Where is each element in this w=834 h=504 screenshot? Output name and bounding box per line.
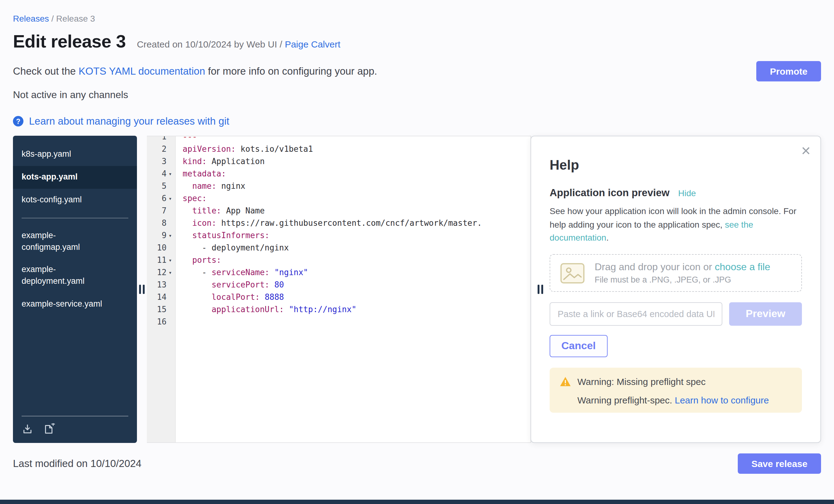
code-line[interactable]: statusInformers: (182, 229, 482, 242)
gutter-line: 16 (147, 316, 175, 328)
bottom-bar (0, 500, 834, 504)
gutter-line: 7 (147, 205, 175, 217)
line-number: 14 (157, 291, 167, 304)
git-help-row: ? Learn about managing your releases wit… (0, 101, 834, 127)
code-line[interactable] (182, 316, 482, 328)
upload-file-icon (22, 423, 33, 435)
file-tree-item[interactable]: example-configmap.yaml (13, 224, 137, 259)
fold-caret-icon[interactable]: ▾ (167, 168, 174, 180)
code-line[interactable]: - serviceName: "nginx" (182, 266, 482, 279)
breadcrumb-releases-link[interactable]: Releases (13, 14, 49, 23)
created-line: Created on 10/10/2024 by Web UI / Paige … (137, 39, 341, 49)
gutter-line: 14 (147, 291, 175, 304)
git-help-link[interactable]: Learn about managing your releases with … (29, 115, 229, 127)
editor-rows: 1234▾56▾789▾1011▾12▾13141516 ---apiVersi… (147, 136, 530, 328)
upload-file-button[interactable] (22, 423, 33, 435)
icon-dropzone[interactable]: Drag and drop your icon or choose a file… (550, 254, 802, 292)
fold-caret-icon[interactable]: ▾ (167, 254, 174, 266)
code-line[interactable]: icon: https://raw.githubusercontent.com/… (182, 217, 482, 229)
docs-text: Check out the KOTS YAML documentation fo… (13, 65, 377, 77)
save-release-button[interactable]: Save release (738, 454, 821, 474)
icon-url-row: Preview (550, 302, 802, 326)
code-line[interactable]: --- (182, 136, 482, 143)
channel-status: Not active in any channels (0, 82, 834, 101)
line-number: 15 (157, 304, 167, 316)
fold-caret-icon[interactable]: ▾ (167, 266, 174, 279)
preview-button[interactable]: Preview (729, 302, 802, 326)
code-line[interactable]: name: nginx (182, 180, 482, 193)
author-link[interactable]: Paige Calvert (285, 39, 340, 49)
last-modified-text: Last modified on 10/10/2024 (13, 458, 141, 469)
line-number: 8 (161, 217, 167, 229)
file-tree-item[interactable]: example-service.yaml (13, 293, 137, 316)
dropzone-line1: Drag and drop your icon or choose a file (595, 262, 770, 273)
code-line[interactable]: apiVersion: kots.io/v1beta1 (182, 143, 482, 155)
new-file-button[interactable] (43, 423, 55, 435)
docs-prefix: Check out the (13, 65, 79, 76)
warning-body-text: Warning preflight-spec. (577, 395, 675, 405)
gutter-line: 9▾ (147, 229, 175, 242)
code-line[interactable]: servicePort: 80 (182, 279, 482, 291)
warning-title: Warning: Missing preflight spec (577, 376, 706, 387)
choose-file-link[interactable]: choose a file (715, 262, 770, 272)
description-text: See how your application icon will look … (550, 206, 796, 229)
kots-yaml-docs-link[interactable]: KOTS YAML documentation (79, 65, 205, 76)
title-row: Edit release 3 Created on 10/10/2024 by … (0, 23, 834, 52)
line-number: 6 (161, 193, 167, 205)
gutter-line: 5 (147, 180, 175, 193)
help-panel-title: Help (550, 157, 802, 173)
warning-title-row: Warning: Missing preflight spec (559, 376, 792, 387)
file-tree-item[interactable]: kots-app.yaml (13, 166, 137, 189)
file-tree-item[interactable]: k8s-app.yaml (13, 143, 137, 166)
gutter-line: 11▾ (147, 254, 175, 266)
file-tree-item[interactable]: example-deployment.yaml (13, 259, 137, 293)
breadcrumb-separator: / (51, 14, 54, 23)
line-number: 9 (161, 229, 167, 242)
learn-how-to-configure-link[interactable]: Learn how to configure (675, 395, 769, 405)
line-number: 12 (157, 266, 167, 279)
icon-preview-title: Application icon preview (550, 187, 670, 199)
gutter-line: 8 (147, 217, 175, 229)
code-line[interactable]: applicationUrl: "http://nginx" (182, 304, 482, 316)
code-line[interactable]: title: App Name (182, 205, 482, 217)
hide-link[interactable]: Hide (678, 188, 696, 198)
code-line[interactable]: localPort: 8888 (182, 291, 482, 304)
code-line[interactable]: kind: Application (182, 155, 482, 168)
cancel-button[interactable]: Cancel (550, 335, 608, 357)
code-line[interactable]: - deployment/nginx (182, 242, 482, 254)
filetree-resize-handle[interactable] (139, 285, 145, 294)
dropzone-line2: File must be a .PNG, .JPEG, or .JPG (595, 275, 770, 284)
line-number: 13 (157, 279, 167, 291)
icon-url-input[interactable] (550, 302, 722, 326)
line-number: 1 (161, 136, 167, 143)
code-line[interactable]: ports: (182, 254, 482, 266)
code-line[interactable]: metadata: (182, 168, 482, 180)
help-panel-resize-handle[interactable] (537, 285, 543, 294)
gutter-line: 12▾ (147, 266, 175, 279)
file-tree-item[interactable]: kots-config.yaml (13, 189, 137, 212)
file-tree: k8s-app.yamlkots-app.yamlkots-config.yam… (13, 136, 137, 443)
page-title: Edit release 3 (13, 31, 126, 52)
warning-body: Warning preflight-spec. Learn how to con… (559, 395, 792, 405)
fold-caret-icon[interactable]: ▾ (167, 193, 174, 205)
icon-preview-description: See how your application icon will look … (550, 205, 802, 245)
footer: Last modified on 10/10/2024 Save release (0, 443, 834, 474)
page: Releases / Release 3 Edit release 3 Crea… (0, 0, 834, 504)
release-editor-workspace: k8s-app.yamlkots-app.yamlkots-config.yam… (13, 136, 821, 443)
line-number: 5 (161, 180, 167, 193)
description-suffix: . (607, 233, 609, 243)
code-line[interactable]: spec: (182, 193, 482, 205)
icon-preview-section-header: Application icon preview Hide (550, 187, 802, 199)
breadcrumb: Releases / Release 3 (0, 0, 834, 23)
gutter-line: 1 (147, 136, 175, 143)
dropzone-text: Drag and drop your icon or choose a file… (595, 262, 770, 284)
fold-caret-icon[interactable]: ▾ (167, 229, 174, 242)
promote-button[interactable]: Promote (756, 61, 821, 82)
yaml-editor[interactable]: 1234▾56▾789▾1011▾12▾13141516 ---apiVersi… (147, 136, 531, 443)
created-text: Created on 10/10/2024 by Web UI / (137, 39, 285, 49)
line-number: 3 (161, 155, 167, 168)
file-tree-divider (22, 217, 128, 218)
file-tree-list: k8s-app.yamlkots-app.yamlkots-config.yam… (13, 143, 137, 316)
close-icon[interactable]: × (801, 143, 811, 158)
file-tree-actions (22, 416, 128, 443)
